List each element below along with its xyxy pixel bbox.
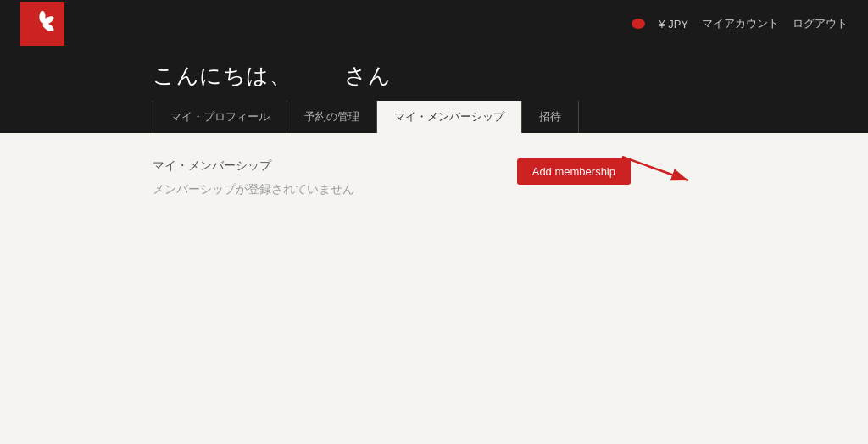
header: ¥ JPY マイアカウント ログアウト: [0, 0, 868, 47]
tab-bookings[interactable]: 予約の管理: [287, 101, 377, 133]
section-title: マイ・メンバーシップ: [153, 158, 715, 174]
username-text: [298, 63, 337, 88]
flag-icon: [632, 19, 645, 29]
tab-membership[interactable]: マイ・メンバーシップ: [377, 101, 522, 133]
empty-membership-message: メンバーシップが登録されていません: [153, 182, 715, 197]
kaligo-logo: [27, 8, 58, 39]
greeting-suffix: さん: [344, 63, 391, 88]
tabs-bar: マイ・プロフィール 予約の管理 マイ・メンバーシップ 招待: [0, 101, 868, 133]
welcome-area: こんにちは、 さん: [0, 47, 868, 91]
logo-box: [20, 2, 64, 46]
welcome-tabs-block: こんにちは、 さん マイ・プロフィール 予約の管理 マイ・メンバーシップ 招待: [0, 47, 868, 133]
add-membership-button[interactable]: Add membership: [517, 158, 631, 185]
my-account-link[interactable]: マイアカウント: [702, 16, 779, 31]
greeting-text: こんにちは、: [153, 63, 292, 88]
tab-profile[interactable]: マイ・プロフィール: [153, 101, 287, 133]
logout-link[interactable]: ログアウト: [793, 16, 848, 31]
content-area: マイ・メンバーシップ メンバーシップが登録されていません Add members…: [0, 133, 868, 223]
welcome-text: こんにちは、 さん: [153, 61, 848, 91]
currency-selector[interactable]: ¥ JPY: [659, 18, 688, 31]
logo-area: [20, 2, 64, 46]
header-right: ¥ JPY マイアカウント ログアウト: [632, 16, 848, 31]
tab-invite[interactable]: 招待: [522, 101, 579, 133]
